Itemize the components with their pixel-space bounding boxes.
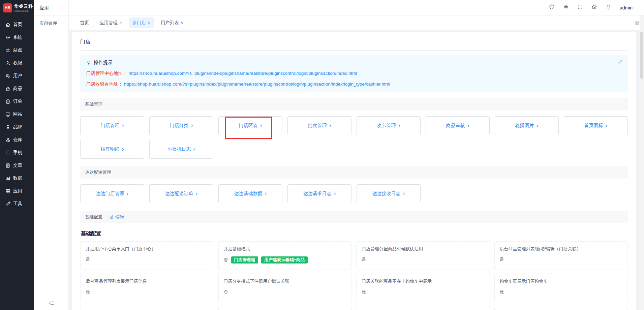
system-icon bbox=[5, 35, 10, 40]
sidebar-item-article[interactable]: 文章 bbox=[0, 159, 34, 172]
app-root: HR 华睿云科 HUARUIYUNKE 首页系统站点权限用户商品订单网站品牌仓库… bbox=[0, 0, 644, 310]
tab-bar: 首页应用管理×多门店×用户列表× bbox=[69, 16, 644, 30]
config-item: 门店分身模式下注册用户默认关联否 bbox=[218, 274, 352, 302]
config-item-value: 否门店管理端用户端展示基础+商品 bbox=[224, 256, 347, 264]
clear-cache-button[interactable] bbox=[563, 4, 569, 11]
brand-name: 华睿云科 bbox=[14, 3, 33, 9]
store-admin-url[interactable]: https://shop.huaruishop.com/?s=plugins/i… bbox=[129, 71, 357, 76]
module-button[interactable]: 次卡管理› bbox=[357, 116, 421, 135]
config-item-value: 是 bbox=[86, 289, 209, 295]
notification-button[interactable] bbox=[606, 4, 611, 11]
username[interactable]: admin bbox=[620, 5, 633, 10]
home-icon bbox=[591, 4, 597, 10]
scrollbar-track[interactable] bbox=[640, 16, 644, 310]
config-value-text: 是 bbox=[500, 256, 504, 262]
permission-icon bbox=[5, 61, 10, 66]
users-icon bbox=[5, 73, 10, 79]
submenu-item-app-manage[interactable]: 应用管理 bbox=[34, 16, 68, 32]
sidebar-item-user[interactable]: 用户 bbox=[0, 69, 34, 82]
config-item: 开启用户中心菜单入口（门店中心）是 bbox=[80, 241, 214, 270]
orders-icon bbox=[5, 99, 10, 104]
module-button[interactable]: 达达基础数据› bbox=[218, 184, 282, 203]
config-item-label: 开启基础模式 bbox=[224, 246, 347, 252]
sidebar-item-label: 数据 bbox=[13, 175, 22, 181]
config-item: 购物车页展示门店购物车是 bbox=[494, 274, 628, 302]
config-item-value: 是 bbox=[362, 256, 485, 262]
sidebar-item-website[interactable]: 网站 bbox=[0, 108, 34, 121]
module-button[interactable]: 达达门店管理› bbox=[80, 184, 144, 203]
sidebar-item-system[interactable]: 系统 bbox=[0, 31, 34, 44]
close-tab-icon[interactable]: × bbox=[119, 20, 122, 25]
module-button[interactable]: 批次管理› bbox=[287, 116, 351, 135]
module-button[interactable]: 达达配送订单› bbox=[149, 184, 213, 203]
module-button[interactable]: 轮播图片› bbox=[495, 116, 559, 135]
module-button[interactable]: 小票机日志› bbox=[149, 140, 213, 159]
sidebar-item-goods[interactable]: 商品 bbox=[0, 82, 34, 95]
status-badge: 用户端展示基础+商品 bbox=[261, 256, 308, 264]
primary-menu: 首页系统站点权限用户商品订单网站品牌仓库手机文章数据应用工具 bbox=[0, 18, 34, 210]
page-card: 门店 操作提示 门店管理中心地址：https://shop.huaruishop… bbox=[72, 32, 636, 310]
tab-multi-store[interactable]: 多门店× bbox=[129, 18, 154, 28]
module-button[interactable]: 门店分类› bbox=[149, 116, 213, 135]
sidebar-item-home[interactable]: 首页 bbox=[0, 18, 34, 31]
sidebar-item-label: 系统 bbox=[13, 34, 22, 40]
sidebar-item-permission[interactable]: 权限 bbox=[0, 57, 34, 69]
module-button[interactable]: 门店区管› bbox=[218, 116, 282, 135]
module-button-label: 商品审核 bbox=[446, 123, 465, 129]
website-icon bbox=[5, 112, 10, 117]
module-button-label: 门店管理 bbox=[101, 123, 120, 129]
notification-icon bbox=[606, 4, 611, 10]
sidebar-item-app[interactable]: 应用 bbox=[0, 185, 34, 197]
sidebar-item-mobile[interactable]: 手机 bbox=[0, 146, 34, 159]
sidebar-item-label: 商品 bbox=[13, 86, 22, 92]
topbar: admin bbox=[69, 0, 644, 16]
brand-subtitle: HUARUIYUNKE bbox=[14, 10, 33, 12]
config-item: 手机端用户中心核销（无权限隐藏） bbox=[218, 306, 352, 310]
tab-user-list[interactable]: 用户列表× bbox=[157, 18, 187, 28]
page-title: 门店 bbox=[80, 32, 628, 51]
module-button-label: 达达基础数据 bbox=[234, 191, 263, 197]
module-button[interactable]: 首页图标› bbox=[564, 116, 628, 135]
theme-button[interactable] bbox=[549, 4, 555, 11]
menu-fold-icon bbox=[49, 300, 54, 306]
clear-cache-icon bbox=[563, 4, 569, 10]
sidebar-item-warehouse[interactable]: 仓库 bbox=[0, 133, 34, 146]
sidebar-item-brand[interactable]: 品牌 bbox=[0, 121, 34, 133]
site-icon bbox=[5, 48, 10, 53]
close-tab-icon[interactable]: × bbox=[181, 20, 183, 25]
close-tab-icon[interactable]: × bbox=[148, 20, 150, 25]
fullscreen-button[interactable] bbox=[577, 4, 583, 11]
store-cashier-url[interactable]: https://shop.huaruishop.com/?s=plugins/i… bbox=[124, 82, 390, 87]
chevron-right-icon: › bbox=[127, 190, 129, 196]
module-button[interactable]: 结算明细› bbox=[80, 140, 144, 159]
module-button-label: 首页图标 bbox=[584, 123, 603, 129]
scrollbar-thumb[interactable] bbox=[640, 32, 643, 79]
tab-app-manage[interactable]: 应用管理× bbox=[96, 18, 126, 28]
collapse-tip-icon[interactable] bbox=[618, 59, 623, 64]
sidebar-item-label: 应用 bbox=[13, 188, 22, 194]
chart-icon bbox=[5, 176, 10, 181]
module-button[interactable]: 达达接收日志› bbox=[357, 184, 421, 203]
sidebar-item-label: 用户 bbox=[13, 73, 22, 79]
module-button[interactable]: 商品审核› bbox=[426, 116, 490, 135]
chevron-right-icon: › bbox=[606, 122, 608, 128]
tip-line: 门店管理中心地址：https://shop.huaruishop.com/?s=… bbox=[86, 70, 622, 76]
sidebar-item-site[interactable]: 站点 bbox=[0, 44, 34, 57]
sidebar-item-data[interactable]: 数据 bbox=[0, 172, 34, 185]
chevron-right-icon: › bbox=[260, 122, 262, 128]
brand-logo: HR 华睿云科 HUARUIYUNKE bbox=[0, 0, 34, 16]
chevron-right-icon: › bbox=[122, 122, 124, 128]
section-header-dada-delivery: 达达配送管理 bbox=[80, 166, 628, 179]
config-item: 门店管理分配商品时候默认启用是 bbox=[356, 241, 490, 270]
tab-home[interactable]: 首页 bbox=[76, 18, 93, 28]
sidebar-item-tools[interactable]: 工具 bbox=[0, 197, 34, 210]
edit-config-button[interactable]: 编辑 bbox=[109, 214, 124, 220]
home-button[interactable] bbox=[591, 4, 597, 11]
chevron-right-icon: › bbox=[467, 122, 469, 128]
tab-options-grid-icon[interactable] bbox=[635, 20, 640, 25]
module-button[interactable]: 门店管理› bbox=[80, 116, 144, 135]
module-button[interactable]: 达达请求日志› bbox=[287, 184, 351, 203]
sidebar-item-order[interactable]: 订单 bbox=[0, 95, 34, 108]
chevron-right-icon: › bbox=[334, 190, 336, 196]
collapse-sidebar-button[interactable] bbox=[34, 300, 68, 306]
